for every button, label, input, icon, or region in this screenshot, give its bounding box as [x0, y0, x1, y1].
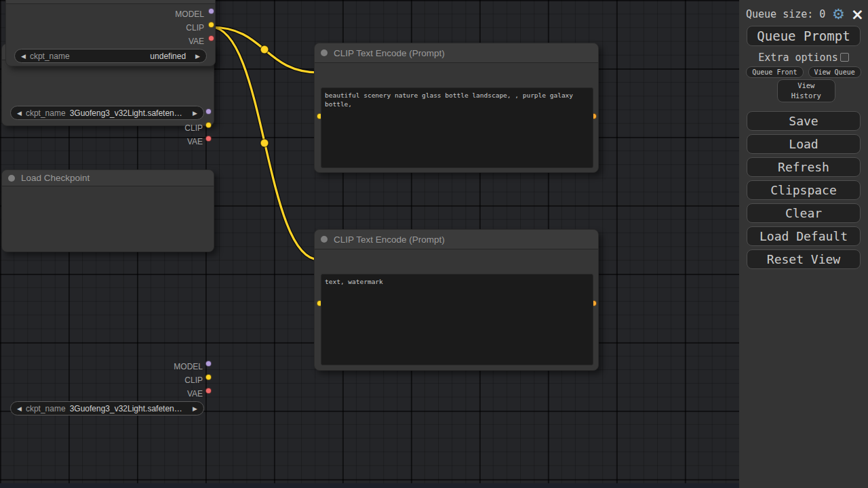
- queue-front-button[interactable]: Queue Front: [746, 66, 803, 78]
- vae-output-port[interactable]: [205, 388, 212, 394]
- node-title-bar[interactable]: Load Checkpoint: [2, 170, 214, 186]
- node-clip-text-encode-positive[interactable]: CLIP Text Encode (Prompt) clip CONDITION…: [314, 43, 599, 173]
- node-title: CLIP Text Encode (Prompt): [334, 48, 445, 58]
- view-history-line2: History: [791, 91, 821, 101]
- output-label-model: MODEL: [174, 363, 203, 371]
- ckpt-name-widget[interactable]: ◀ ckpt_name undefined ▶: [14, 49, 207, 63]
- widget-arrow-left-icon[interactable]: ◀: [17, 110, 22, 117]
- vae-output-port[interactable]: [205, 136, 212, 142]
- queue-prompt-button[interactable]: Queue Prompt: [747, 26, 861, 46]
- model-output-port[interactable]: [205, 361, 212, 367]
- save-button[interactable]: Save: [747, 111, 861, 131]
- widget-label: ckpt_name: [30, 52, 70, 61]
- load-default-button[interactable]: Load Default: [747, 226, 861, 246]
- vae-output-port[interactable]: [208, 35, 214, 41]
- output-label-vae: VAE: [187, 138, 203, 146]
- ckpt-name-widget[interactable]: ◀ ckpt_name 3Guofeng3_v32Light.safeten… …: [10, 401, 204, 415]
- extra-options-label: Extra options: [758, 52, 837, 64]
- output-label-clip: CLIP: [186, 24, 204, 32]
- collapse-dot-icon[interactable]: [8, 175, 15, 182]
- view-history-line1: View: [797, 81, 814, 91]
- settings-gear-icon[interactable]: ⚙: [832, 7, 845, 22]
- node-title-bar[interactable]: CLIP Text Encode (Prompt): [315, 43, 598, 63]
- widget-value: undefined: [74, 52, 195, 61]
- output-label-vae: VAE: [189, 37, 204, 45]
- node-title-bar[interactable]: CLIP Text Encode (Prompt): [315, 230, 598, 249]
- queue-size-row: Queue size: 0 ⚙ ×: [746, 5, 864, 23]
- output-label-clip: CLIP: [184, 376, 203, 384]
- output-label-clip: CLIP: [184, 124, 203, 132]
- ckpt-name-widget[interactable]: ◀ ckpt_name 3Guofeng3_v32Light.safeten… …: [10, 106, 204, 120]
- clip-output-port[interactable]: [205, 122, 212, 128]
- view-queue-button[interactable]: View Queue: [808, 66, 861, 78]
- model-output-port[interactable]: [205, 108, 212, 115]
- output-label-vae: VAE: [187, 390, 203, 398]
- output-label-model: MODEL: [175, 10, 204, 18]
- queue-size-label: Queue size: 0: [746, 8, 832, 20]
- collapse-dot-icon[interactable]: [321, 49, 328, 56]
- node-title-bar[interactable]: [6, 0, 215, 4]
- widget-label: ckpt_name: [26, 108, 66, 118]
- model-output-port[interactable]: [208, 8, 214, 14]
- reset-view-button[interactable]: Reset View: [747, 249, 861, 269]
- queue-actions-row: Queue Front View Queue: [739, 66, 868, 78]
- widget-arrow-left-icon[interactable]: ◀: [21, 53, 26, 60]
- widget-label: ckpt_name: [26, 404, 66, 413]
- refresh-button[interactable]: Refresh: [747, 157, 861, 177]
- clip-output-port[interactable]: [205, 374, 212, 380]
- node-title: CLIP Text Encode (Prompt): [334, 235, 445, 245]
- positive-prompt-textarea[interactable]: [321, 87, 593, 168]
- collapse-dot-icon[interactable]: [321, 236, 328, 243]
- node-title: Load Checkpoint: [21, 173, 90, 183]
- canvas-bottom-edge: [0, 483, 739, 488]
- widget-arrow-left-icon[interactable]: ◀: [17, 405, 22, 412]
- comfy-menu-panel: Queue size: 0 ⚙ × Queue Prompt Extra opt…: [739, 0, 868, 488]
- close-icon[interactable]: ×: [851, 7, 864, 21]
- node-checkpoint-top[interactable]: MODEL CLIP VAE ◀ ckpt_name undefined ▶: [5, 0, 216, 66]
- widget-arrow-right-icon[interactable]: ▶: [193, 405, 197, 412]
- widget-arrow-right-icon[interactable]: ▶: [193, 110, 197, 117]
- load-button[interactable]: Load: [747, 134, 861, 154]
- comfyui-app: MODEL CLIP VAE ◀ ckpt_name 3Guofeng3_v32…: [0, 0, 868, 488]
- negative-prompt-textarea[interactable]: [321, 274, 593, 365]
- clipspace-button[interactable]: Clipspace: [747, 180, 861, 200]
- extra-options-row: Extra options: [739, 52, 868, 63]
- clear-button[interactable]: Clear: [747, 203, 861, 223]
- clip-output-port[interactable]: [208, 22, 214, 28]
- widget-value: 3Guofeng3_v32Light.safeten…: [70, 404, 193, 413]
- widget-arrow-right-icon[interactable]: ▶: [195, 53, 200, 60]
- node-load-checkpoint[interactable]: Load Checkpoint MODEL CLIP VAE ◀ ckpt_na…: [1, 169, 214, 252]
- extra-options-checkbox[interactable]: [840, 53, 849, 62]
- widget-value: 3Guofeng3_v32Light.safeten…: [70, 108, 193, 118]
- view-history-button[interactable]: View History: [777, 79, 835, 102]
- node-clip-text-encode-negative[interactable]: CLIP Text Encode (Prompt) clip CONDITION…: [314, 229, 599, 371]
